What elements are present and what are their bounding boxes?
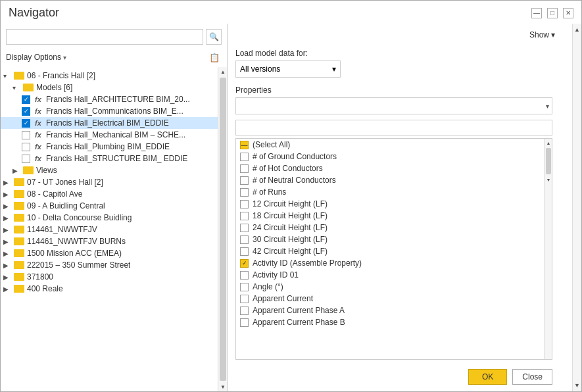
prop-checkbox[interactable] [240,283,249,291]
prop-list-item[interactable]: 30 Circuit Height (LF) [236,233,552,245]
tree-item[interactable]: ▶114461_NWWTFJV BURNs [1,235,227,247]
expand-arrow[interactable]: ▾ [12,84,22,91]
prop-item-label: # of Hot Conductors [253,164,323,173]
close-dialog-button[interactable]: Close [512,369,552,385]
properties-dropdown[interactable]: ▾ [235,97,552,114]
expand-arrow[interactable]: ▶ [3,274,12,281]
properties-list[interactable]: —(Select All)# of Ground Conductors# of … [235,138,552,360]
prop-list-item[interactable]: Activity ID 01 [236,269,552,281]
expand-arrow[interactable]: ▾ [3,72,12,80]
tree-item[interactable]: ▶222015 – 350 Summer Street [1,259,227,271]
properties-search-input[interactable] [235,120,552,135]
prop-checkbox[interactable] [240,271,249,280]
prop-list-item[interactable]: Apparent Current [236,293,552,305]
tree-item[interactable]: ▾06 - Francis Hall [2] [1,70,227,82]
minimize-button[interactable]: — [531,8,542,18]
tree-item[interactable]: fxFrancis Hall_Electrical BIM_EDDIE [1,117,227,129]
tree-item-checkbox[interactable] [22,119,30,128]
prop-checkbox[interactable] [240,188,249,197]
tree-item-checkbox[interactable] [22,155,30,163]
prop-checkbox[interactable] [240,306,249,315]
tree-scrollbar[interactable]: ▲ ▼ [218,67,227,391]
version-dropdown[interactable]: All versions ▾ [235,61,341,78]
prop-checkbox[interactable] [240,247,249,256]
prop-item-label: 24 Circuit Height (LF) [253,223,327,232]
tree-item[interactable]: fxFrancis Hall_Plumbing BIM_EDDIE [1,141,227,153]
prop-checkbox[interactable] [240,164,249,173]
expand-arrow[interactable]: ▶ [3,262,12,269]
show-button[interactable]: Show ▾ [525,29,559,41]
tree-item-checkbox[interactable] [22,143,30,151]
tree-item[interactable]: fxFrancis Hall_STRUCTURE BIM_ EDDIE [1,153,227,164]
tree-item[interactable]: ▶07 - UT Jones Hall [2] [1,176,227,188]
prop-list-item[interactable]: # of Neutral Conductors [236,174,552,186]
display-options-button[interactable]: Display Options ▾ [6,53,66,62]
tree-item[interactable]: fxFrancis Hall_Mechanical BIM – SCHE... [1,129,227,141]
search-input[interactable] [6,29,203,45]
prop-list-scrollbar[interactable]: ▲ ▼ [544,139,552,359]
expand-arrow[interactable]: ▶ [3,285,12,293]
prop-list-item[interactable]: —(Select All) [236,139,552,151]
folder-icon [14,237,24,245]
tree-item[interactable]: ▶08 - Capitol Ave [1,188,227,200]
expand-arrow[interactable]: ▶ [3,250,12,257]
tree-item-checkbox[interactable] [22,107,30,116]
tree-item[interactable]: ▶400 Reale [1,283,227,295]
tree-item[interactable]: ▶114461_NWWTFJV [1,224,227,235]
prop-checkbox[interactable] [240,295,249,303]
maximize-button[interactable]: □ [547,8,558,18]
expand-arrow[interactable]: ▶ [3,226,12,233]
prop-checkbox[interactable] [240,176,249,185]
prop-list-item[interactable]: 42 Circuit Height (LF) [236,245,552,257]
prop-list-item[interactable]: # of Ground Conductors [236,151,552,162]
right-scroll-up[interactable]: ▲ [573,24,582,36]
ok-button[interactable]: OK [468,369,507,385]
prop-list-item[interactable]: 18 Circuit Height (LF) [236,210,552,222]
tree-item[interactable]: ▶Views [1,164,227,176]
tree-item-checkbox[interactable] [22,95,30,104]
prop-checkbox[interactable]: — [240,141,249,149]
prop-checkbox[interactable] [240,259,249,268]
tree-item-checkbox[interactable] [22,131,30,139]
prop-scroll-down[interactable]: ▼ [545,176,552,184]
tree-item-label: 400 Reale [27,284,63,293]
search-button[interactable]: 🔍 [206,29,222,45]
scroll-up-button[interactable]: ▲ [218,67,227,76]
close-button[interactable]: ✕ [563,8,573,18]
tree-item[interactable]: ▶1500 Mission ACC (EMEA) [1,247,227,259]
prop-list-item[interactable]: Activity ID (Assemble Property) [236,257,552,269]
prop-list-item[interactable]: # of Hot Conductors [236,162,552,174]
prop-list-item[interactable]: 24 Circuit Height (LF) [236,222,552,233]
expand-arrow[interactable]: ▶ [3,214,12,222]
title-bar: Navigator — □ ✕ [1,1,581,24]
right-edge-scrollbar[interactable]: ▲ ▼ [572,24,581,391]
tree-item[interactable]: ▾Models [6] [1,82,227,93]
prop-list-item[interactable]: Apparent Current Phase B [236,316,552,328]
left-panel: 🔍 Display Options ▾ 📋 ▾06 - Francis Hall… [1,24,228,391]
prop-checkbox[interactable] [240,212,249,220]
tree-item[interactable]: ▶09 - A Buidling Central [1,200,227,212]
tree-item[interactable]: ▶371800 [1,271,227,283]
prop-checkbox[interactable] [240,153,249,161]
expand-arrow[interactable]: ▶ [12,167,22,174]
prop-checkbox[interactable] [240,224,249,232]
expand-arrow[interactable]: ▶ [3,179,12,186]
expand-arrow[interactable]: ▶ [3,203,12,210]
prop-list-item[interactable]: Apparent Current Phase A [236,305,552,316]
tree-container[interactable]: ▾06 - Francis Hall [2]▾Models [6]fxFranc… [1,67,227,391]
settings-icon-button[interactable]: 📋 [207,50,222,64]
expand-arrow[interactable]: ▶ [3,238,12,245]
prop-checkbox[interactable] [240,318,249,327]
tree-item[interactable]: fxFrancis Hall_Communications BIM_E... [1,105,227,117]
prop-checkbox[interactable] [240,200,249,208]
tree-item[interactable]: ▶10 - Delta Concourse Buidling [1,212,227,224]
prop-checkbox[interactable] [240,235,249,244]
prop-list-item[interactable]: # of Runs [236,186,552,198]
scroll-down-button[interactable]: ▼ [218,382,227,391]
tree-item[interactable]: fxFrancis Hall_ARCHITECTURE BIM_20... [1,93,227,105]
prop-list-item[interactable]: Angle (°) [236,281,552,293]
expand-arrow[interactable]: ▶ [3,191,12,198]
prop-scroll-up[interactable]: ▲ [545,139,552,147]
prop-list-item[interactable]: 12 Circuit Height (LF) [236,198,552,210]
right-scroll-down[interactable]: ▼ [573,380,582,391]
